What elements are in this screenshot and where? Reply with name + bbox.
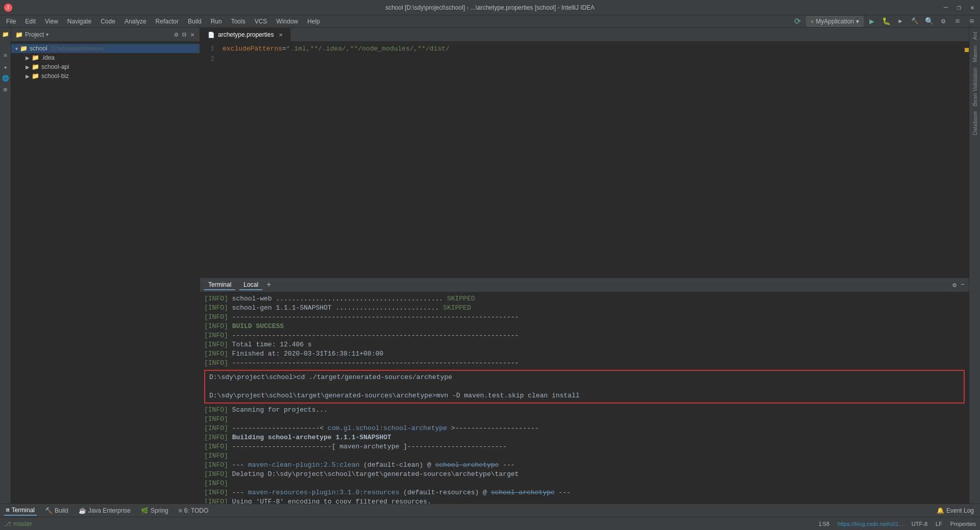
spring-tab-icon: 🌿 [141, 507, 149, 514]
menu-run[interactable]: Run [207, 17, 226, 26]
menu-navigate[interactable]: Navigate [63, 17, 95, 26]
menu-analyze[interactable]: Analyze [120, 17, 151, 26]
bottom-tab-todo[interactable]: ≡ 6: TODO [177, 506, 211, 515]
status-url[interactable]: https://blog.csdn.net/u01... [838, 521, 903, 527]
database-label[interactable]: Database [971, 109, 979, 137]
event-log-button[interactable]: 🔔 Event Log [935, 506, 976, 515]
terminal-minimize-icon[interactable]: − [961, 281, 965, 289]
menu-code[interactable]: Code [96, 17, 119, 26]
term-line-8: [INFO] ---------------------------------… [204, 359, 965, 368]
vcs-status[interactable]: ⎇ master [4, 520, 32, 527]
line-separator[interactable]: LF [936, 521, 942, 527]
term-post-9: [INFO] [204, 479, 965, 488]
tree-item-idea[interactable]: ▶ 📁 .idea [11, 53, 200, 62]
line-code-1[interactable]: excludePatterns=*.iml,**/.idea/,**/node_… [220, 44, 450, 54]
settings-button[interactable]: ⚙ [937, 15, 949, 28]
bean-validation-label[interactable]: Bean Validation [971, 65, 979, 108]
term-post-10: [INFO] --- maven-resources-plugin:3.1.0:… [204, 488, 965, 497]
java-enterprise-tab-label: Java Enterprise [88, 507, 131, 514]
idea-label: .idea [41, 54, 55, 61]
branch-name: master [13, 520, 32, 527]
root-path: D:\sdy\project\school [52, 45, 104, 52]
maven-panel-label[interactable]: Maven [971, 43, 979, 64]
shrink-button[interactable]: ⊟ [966, 15, 978, 28]
bottom-tab-spring[interactable]: 🌿 Spring [139, 506, 170, 515]
bottom-tab-terminal[interactable]: ⊞ Terminal [4, 506, 37, 516]
run-config-selector[interactable]: ● MyApplication ▾ [806, 16, 864, 27]
spring-tab-label: Spring [151, 507, 168, 514]
run-button[interactable]: ▶ [866, 15, 878, 28]
web-icon[interactable]: 🌐 [1, 73, 10, 83]
menu-bar: File Edit View Navigate Code Analyze Ref… [0, 15, 980, 28]
menu-build[interactable]: Build [184, 17, 206, 26]
tree-item-school-biz[interactable]: ▶ 📁 school-biz [11, 71, 200, 81]
debug-button[interactable]: 🐛 [880, 15, 892, 28]
restore-button[interactable]: ❐ [955, 4, 963, 11]
menu-help[interactable]: Help [303, 17, 324, 26]
bottom-tab-build[interactable]: 🔨 Build [43, 506, 70, 515]
cursor-position[interactable]: 1:58 [818, 521, 829, 527]
terminal-add-button[interactable]: + [266, 281, 272, 290]
run-section: ⟳ ● MyApplication ▾ ▶ 🐛 ▶ 🔨 🔍 ⚙ ⊡ ⊟ [792, 15, 978, 28]
bottom-tab-java-enterprise[interactable]: ☕ Java Enterprise [77, 506, 133, 515]
encoding-indicator[interactable]: UTF-8 [912, 521, 927, 527]
editor-content: 1 excludePatterns=*.iml,**/.idea/,**/nod… [200, 42, 969, 277]
git-icon: ⎇ [4, 520, 11, 527]
title-bar: I school [D:\sdy\project\school] - ...\a… [0, 0, 980, 15]
terminal-area: Terminal Local + ⚙ − [INFO] school-web .… [200, 277, 969, 510]
menu-window[interactable]: Window [272, 17, 302, 26]
coverage-button[interactable]: ▶ [894, 15, 906, 28]
structure2-icon[interactable]: ⊞ [1, 85, 10, 94]
close-panel-icon[interactable]: ✕ [189, 30, 195, 40]
api-label: school-api [41, 63, 69, 70]
sync-icon[interactable]: ⟳ [792, 15, 804, 28]
terminal-settings-icon[interactable]: ⚙ [952, 281, 957, 289]
project-root-item[interactable]: ▾ 📁 school D:\sdy\project\school [11, 44, 200, 53]
line-num-2: 2 [200, 54, 220, 64]
editor-tab-archetype[interactable]: 📄 archetype.properties ✕ [200, 28, 290, 41]
project-icon[interactable]: 📁 [1, 30, 10, 39]
equals-sign: = [282, 45, 286, 53]
menu-tools[interactable]: Tools [227, 17, 250, 26]
build-button[interactable]: 🔨 [909, 15, 921, 28]
editor-line-2: 2 [200, 54, 969, 64]
idea-folder-icon: 📁 [32, 54, 39, 61]
ant-panel-label[interactable]: Ant [971, 30, 979, 42]
term-line-1: [INFO] school-web ......................… [204, 294, 965, 304]
gear-icon[interactable]: ⚙ [174, 30, 180, 40]
folder-icon: 📁 [15, 31, 23, 38]
search-everywhere-button[interactable]: 🔍 [923, 15, 935, 28]
close-button[interactable]: ✕ [969, 4, 976, 11]
layout-icon[interactable]: ⊟ [181, 30, 187, 40]
menu-edit[interactable]: Edit [21, 17, 40, 26]
api-chevron: ▶ [26, 64, 30, 70]
file-type-indicator[interactable]: Properties [950, 521, 976, 527]
term-post-8: [INFO] Deleting D:\sdy\project\school\ta… [204, 470, 965, 479]
line-code-2 [220, 54, 223, 64]
menu-refactor[interactable]: Refactor [152, 17, 183, 26]
tab-close-icon[interactable]: ✕ [279, 32, 283, 38]
minimize-button[interactable]: — [942, 4, 949, 11]
favorites-icon[interactable]: ★ [1, 62, 10, 71]
biz-label: school-biz [41, 72, 69, 80]
structure-icon[interactable]: ≡ [1, 51, 10, 60]
project-dropdown-arrow[interactable]: ▾ [46, 32, 48, 37]
menu-view[interactable]: View [41, 17, 62, 26]
terminal-tabs-bar: Terminal Local + ⚙ − [200, 278, 969, 292]
term-line-2: [INFO] school-gen 1.1.1-SNAPSHOT .......… [204, 304, 965, 313]
terminal-tab-local[interactable]: Local [239, 280, 262, 290]
menu-file[interactable]: File [2, 17, 20, 26]
todo-tab-label: 6: TODO [184, 507, 209, 514]
menu-vcs[interactable]: VCS [251, 17, 272, 26]
term-post-5: [INFO] -------------------------[ maven-… [204, 442, 965, 451]
editor-area: 📄 archetype.properties ✕ 1 excludePatter… [200, 28, 969, 510]
terminal-title[interactable]: Terminal [204, 280, 235, 290]
root-chevron: ▾ [15, 46, 18, 52]
terminal-content[interactable]: [INFO] school-web ......................… [200, 292, 969, 510]
line-num-1: 1 [200, 44, 220, 54]
expand-button[interactable]: ⊡ [951, 15, 964, 28]
project-panel-header: 📁 Project ▾ ⚙ ⊟ ✕ [11, 28, 200, 42]
term-line-5: [INFO] ---------------------------------… [204, 331, 965, 340]
terminal-tab-label: Terminal [12, 507, 35, 514]
tree-item-school-api[interactable]: ▶ 📁 school-api [11, 62, 200, 71]
